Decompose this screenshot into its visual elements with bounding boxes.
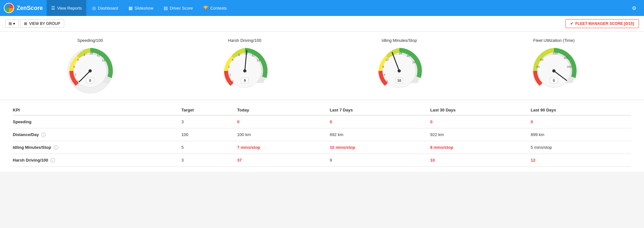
- settings-gear-icon[interactable]: ⚙: [628, 0, 640, 16]
- fleet-score-label: FLEET MANAGER SCORE [0/15]: [575, 21, 634, 26]
- svg-text:14: 14: [257, 59, 260, 62]
- svg-text:16: 16: [399, 52, 402, 55]
- gauge-harsh-driving-dial: 2 4 6 8 10 12 14 0 9: [219, 45, 270, 96]
- col-header-target: Target: [182, 105, 237, 115]
- dashboard-icon: ◎: [92, 5, 96, 11]
- svg-text:12: 12: [252, 54, 255, 57]
- gauges-section: Speeding/100: [0, 32, 644, 100]
- kpi-last90: 5 mins/stop: [531, 141, 631, 154]
- nav-item-dashboard[interactable]: ◎ Dashboard: [88, 0, 123, 16]
- svg-text:40: 40: [536, 65, 539, 68]
- table-row: Speeding 3 0 0 0 0: [13, 115, 631, 128]
- svg-point-24: [243, 69, 246, 72]
- gauge-speeding-dial: 2 4 6 8 10 12 14 0 0: [65, 45, 116, 96]
- kpi-name: Harsh Driving/100 i: [13, 154, 182, 167]
- svg-text:12: 12: [97, 54, 100, 57]
- svg-text:0: 0: [77, 80, 79, 83]
- view-by-group-button[interactable]: ⊞ VIEW BY GROUP: [20, 19, 64, 28]
- svg-point-46: [552, 69, 555, 72]
- kpi-last90: 12: [531, 154, 631, 167]
- svg-text:4: 4: [228, 65, 229, 68]
- gauge-idling-dial: 4 8 12 16 20 24 0 10: [374, 45, 425, 96]
- grid-view-button[interactable]: ⊞ ▾: [5, 19, 19, 28]
- kpi-today: 7 mins/stop: [237, 141, 330, 154]
- kpi-target: 3: [182, 154, 237, 167]
- svg-text:0: 0: [89, 79, 91, 82]
- svg-text:4: 4: [384, 73, 385, 76]
- col-header-kpi: KPI: [13, 105, 182, 115]
- kpi-target: 100: [182, 128, 237, 141]
- kpi-name: Idling Minutes/Stop i: [13, 141, 182, 154]
- col-header-last30: Last 30 Days: [430, 105, 531, 115]
- svg-text:6: 6: [232, 58, 233, 61]
- kpi-last7: 10 mins/stop: [330, 141, 430, 154]
- gauge-speeding-title: Speeding/100: [77, 38, 103, 43]
- col-header-today: Today: [237, 105, 330, 115]
- kpi-last30: 922 km: [430, 128, 531, 141]
- kpi-target: 5: [182, 141, 237, 154]
- kpi-last7: 0: [330, 115, 430, 128]
- hamburger-icon: ☰: [51, 5, 55, 11]
- gauge-harsh-driving-title: Harsh Driving/100: [228, 38, 261, 43]
- nav-slideshow-label: Slideshow: [135, 6, 153, 11]
- svg-point-11: [89, 69, 92, 72]
- nav-item-contests[interactable]: 🏆 Contests: [198, 0, 231, 16]
- svg-text:8: 8: [83, 53, 85, 57]
- svg-text:9: 9: [244, 79, 246, 82]
- kpi-today: 100 km: [237, 128, 330, 141]
- nav-contests-label: Contests: [210, 6, 227, 11]
- col-header-last90: Last 90 Days: [531, 105, 631, 115]
- kpi-target: 3: [182, 115, 237, 128]
- trophy-icon: 🏆: [203, 5, 208, 11]
- info-icon[interactable]: i: [41, 133, 46, 137]
- kpi-last90: 899 km: [531, 128, 631, 141]
- nav-dashboard-label: Dashboard: [98, 6, 118, 11]
- svg-text:20: 20: [407, 54, 410, 57]
- svg-text:2: 2: [74, 73, 76, 76]
- gauge-fleet-util: Fleet Utilization (Time) 40 80 120 160 2…: [528, 38, 579, 96]
- gauge-speeding: Speeding/100: [65, 38, 116, 96]
- nav-item-driver-score[interactable]: ▤ Driver Score: [159, 0, 197, 16]
- svg-text:4: 4: [73, 65, 75, 68]
- kpi-last7: 9: [330, 154, 430, 167]
- brand-name: ZenScore: [17, 5, 43, 11]
- group-icon: ⊞: [24, 21, 27, 26]
- dropdown-arrow-icon: ▾: [13, 21, 15, 26]
- navbar: ZenScore ☰ View Reports ◎ Dashboard ▦ Sl…: [0, 0, 644, 16]
- view-by-group-label: VIEW BY GROUP: [29, 21, 60, 26]
- gauge-fleet-util-dial: 40 80 120 160 200 0: [528, 45, 579, 96]
- kpi-last30: 0: [430, 115, 531, 128]
- svg-text:120: 120: [553, 52, 558, 55]
- kpi-name: Distance/Day i: [13, 128, 182, 141]
- kpi-last7: 692 km: [330, 128, 430, 141]
- nav-view-reports-label: View Reports: [57, 6, 82, 11]
- info-icon[interactable]: i: [50, 158, 55, 163]
- info-icon[interactable]: i: [54, 145, 58, 150]
- svg-text:160: 160: [564, 56, 569, 59]
- slideshow-icon: ▦: [128, 5, 133, 11]
- table-row: Harsh Driving/100 i 3 37 9 10 12: [13, 154, 631, 167]
- svg-text:24: 24: [412, 61, 415, 64]
- driver-score-icon: ▤: [164, 5, 168, 11]
- svg-text:80: 80: [540, 58, 543, 61]
- kpi-table-section: KPI Target Today Last 7 Days Last 30 Day…: [0, 100, 644, 172]
- kpi-table: KPI Target Today Last 7 Days Last 30 Day…: [13, 105, 631, 167]
- svg-text:12: 12: [385, 58, 389, 61]
- col-header-last7: Last 7 Days: [330, 105, 430, 115]
- gauge-idling: Idling Minutes/Stop 4 8 12 16 20 24 0: [374, 38, 425, 96]
- fleet-manager-score-button[interactable]: ✔ FLEET MANAGER SCORE [0/15]: [565, 19, 639, 28]
- gauge-fleet-util-title: Fleet Utilization (Time): [533, 38, 575, 43]
- nav-item-view-reports[interactable]: ☰ View Reports: [47, 0, 86, 16]
- svg-text:8: 8: [383, 65, 384, 68]
- kpi-name: Speeding: [13, 115, 182, 128]
- nav-item-slideshow[interactable]: ▦ Slideshow: [124, 0, 158, 16]
- table-row: Distance/Day i 100 100 km 692 km 922 km …: [13, 128, 631, 141]
- checkmark-icon: ✔: [570, 21, 573, 26]
- brand-logo: [4, 3, 14, 13]
- svg-text:0: 0: [386, 80, 388, 83]
- svg-point-36: [398, 69, 401, 72]
- brand: ZenScore: [4, 3, 43, 13]
- table-row: Idling Minutes/Stop i 5 7 mins/stop 10 m…: [13, 141, 631, 154]
- svg-text:8: 8: [238, 53, 240, 57]
- svg-text:14: 14: [102, 59, 105, 62]
